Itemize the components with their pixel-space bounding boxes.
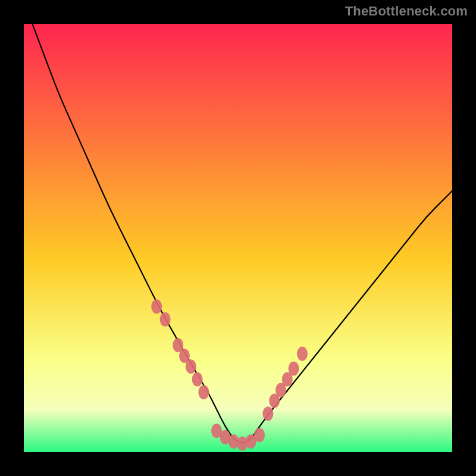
- marker-point: [160, 312, 171, 327]
- watermark-text: TheBottleneck.com: [345, 4, 468, 19]
- gradient-background: [24, 24, 452, 452]
- bottleneck-chart: [24, 24, 452, 452]
- plot-area: [24, 24, 452, 452]
- marker-point: [186, 359, 196, 374]
- marker-point: [151, 299, 162, 314]
- marker-point: [254, 428, 265, 442]
- marker-point: [198, 385, 209, 399]
- chart-container: TheBottleneck.com: [0, 0, 476, 476]
- marker-point: [262, 406, 273, 421]
- marker-point: [289, 362, 299, 376]
- marker-point: [192, 372, 203, 387]
- marker-point: [297, 346, 308, 361]
